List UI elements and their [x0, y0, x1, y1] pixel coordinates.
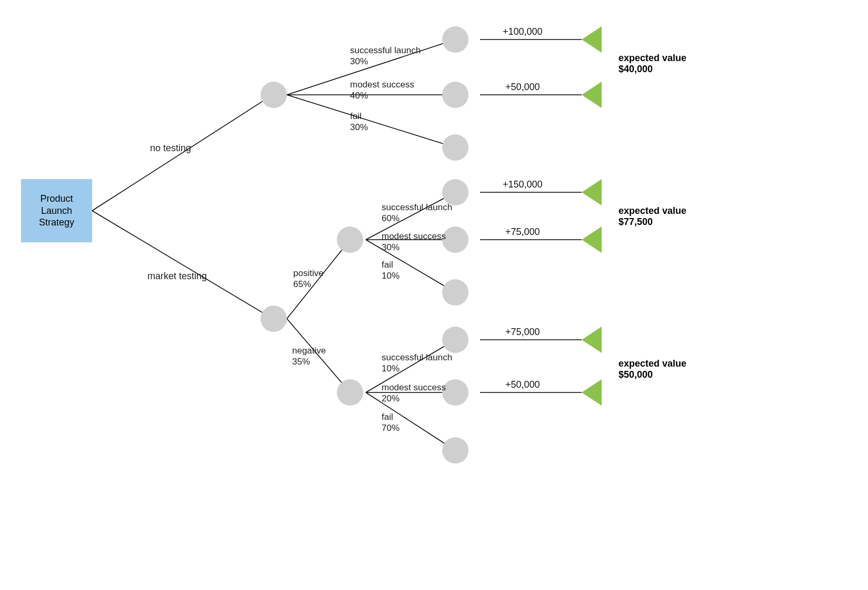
outcome-node-nt-modest	[442, 82, 468, 108]
svg-line-1	[92, 211, 273, 319]
value-pos-modest: +75,000	[505, 227, 540, 238]
chance-node-market-testing	[261, 306, 287, 332]
terminal-neg-modest	[582, 379, 602, 406]
terminal-neg-success	[582, 327, 602, 353]
outcome-label-nt-modest: modest success 40%	[350, 79, 414, 102]
root-decision-node: Product Launch Strategy	[21, 179, 92, 242]
outcome-label-nt-fail: fail 30%	[350, 111, 368, 133]
outcome-node-nt-success	[442, 26, 468, 53]
value-nt-success: +100,000	[503, 26, 543, 37]
terminal-nt-success	[582, 26, 602, 53]
value-nt-modest: +50,000	[505, 82, 540, 93]
outcome-label-neg-success: successful launch 10%	[382, 352, 452, 375]
expected-value-positive: expected value $77,500	[618, 205, 686, 228]
svg-line-4	[287, 95, 455, 148]
value-pos-success: +150,000	[503, 179, 543, 190]
outcome-node-neg-success	[442, 327, 468, 353]
outcome-node-pos-fail	[442, 279, 468, 306]
outcome-label-nt-success: successful launch 30%	[350, 45, 421, 67]
value-neg-modest: +50,000	[505, 379, 540, 390]
chance-node-no-testing	[261, 82, 287, 108]
outcome-label-pos-success: successful launch 60%	[382, 202, 452, 224]
decision-tree-lines	[0, 0, 868, 590]
terminal-pos-success	[582, 179, 602, 205]
outcome-node-neg-modest	[442, 379, 468, 406]
outcome-label-neg-fail: fail 70%	[382, 411, 400, 434]
outcome-label-neg-modest: modest success 20%	[382, 382, 446, 405]
outcome-node-pos-modest	[442, 227, 468, 253]
root-label: Product Launch Strategy	[39, 193, 74, 229]
terminal-pos-modest	[582, 227, 602, 253]
branch-label-market-testing: market testing	[147, 270, 207, 282]
chance-node-positive	[337, 227, 363, 253]
chance-node-negative	[337, 379, 363, 406]
outcome-node-neg-fail	[442, 437, 468, 464]
sub-label-negative: negative 35%	[292, 345, 326, 368]
sub-label-positive: positive 65%	[293, 268, 324, 290]
expected-value-negative: expected value $50,000	[618, 358, 686, 380]
terminal-nt-modest	[582, 82, 602, 108]
outcome-node-nt-fail	[442, 134, 468, 161]
outcome-label-pos-modest: modest success 30%	[382, 231, 446, 253]
branch-label-no-testing: no testing	[150, 142, 191, 154]
outcome-label-pos-fail: fail 10%	[382, 259, 400, 282]
expected-value-no-testing: expected value $40,000	[618, 53, 686, 75]
value-neg-success: +75,000	[505, 327, 540, 338]
